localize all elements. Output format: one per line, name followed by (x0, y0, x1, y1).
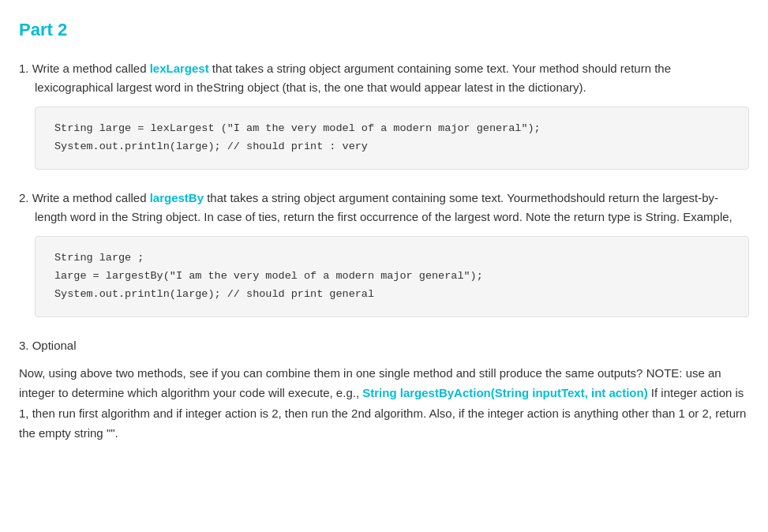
code-line: large = largestBy("I am the very model o… (54, 268, 729, 286)
question-1-code: String large = lexLargest ("I am the ver… (35, 107, 749, 170)
question-2-text: 2. Write a method called largestBy that … (19, 189, 749, 227)
question-3-optional: 3. Optional Now, using above two methods… (19, 336, 749, 444)
optional-description: Now, using above two methods, see if you… (19, 363, 749, 444)
code-line: System.out.println(large); // should pri… (54, 286, 729, 304)
question-2-text-before-label: Write a method called (32, 191, 150, 204)
code-line: String large = lexLargest ("I am the ver… (54, 120, 729, 138)
optional-label: 3. Optional (19, 336, 749, 355)
question-2-code: String large ; large = largestBy("I am t… (35, 236, 749, 317)
question-1-method: lexLargest (150, 62, 209, 75)
question-1-text-before-label: Write a method called (32, 62, 150, 75)
question-1-number: 1. (19, 62, 29, 75)
question-2: 2. Write a method called largestBy that … (19, 189, 749, 317)
page-title: Part 2 (19, 16, 749, 43)
code-line: System.out.println(large); // should pri… (54, 138, 729, 156)
question-1-text: 1. Write a method called lexLargest that… (19, 59, 749, 97)
question-1: 1. Write a method called lexLargest that… (19, 59, 749, 170)
optional-method-signature: String largestByAction(String inputText,… (362, 386, 647, 399)
question-2-method: largestBy (150, 191, 204, 204)
code-line: String large ; (54, 249, 729, 268)
question-2-number: 2. (19, 191, 29, 204)
